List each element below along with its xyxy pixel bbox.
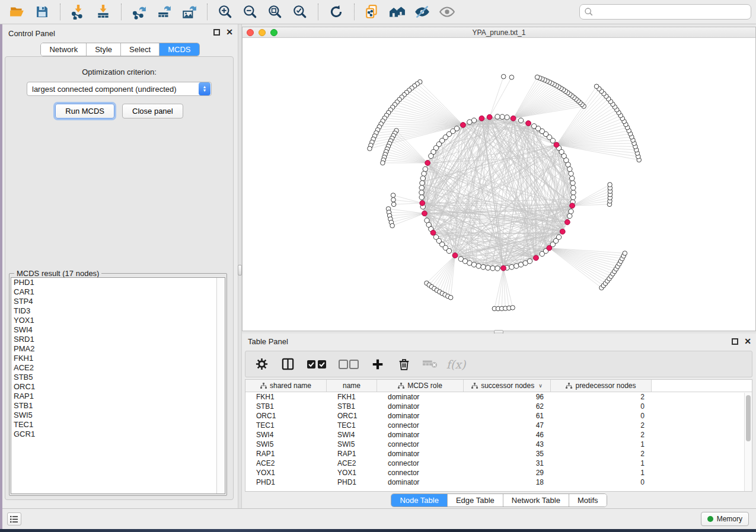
graph-node[interactable] bbox=[495, 114, 500, 119]
graph-node[interactable] bbox=[571, 190, 576, 195]
graph-hub-node[interactable] bbox=[511, 116, 516, 121]
table-row[interactable]: RAP1RAP1dominator352 bbox=[245, 449, 752, 459]
table-mode-button[interactable] bbox=[253, 355, 270, 373]
splitter-handle[interactable] bbox=[238, 265, 242, 275]
scrollbar-thumb[interactable] bbox=[746, 395, 751, 441]
graph-node[interactable] bbox=[476, 264, 481, 268]
table-row[interactable]: STB1STB1dominator620 bbox=[245, 402, 752, 411]
clone-network-button[interactable] bbox=[361, 2, 384, 21]
graph-node[interactable] bbox=[446, 248, 451, 253]
column-header-shared-name[interactable]: shared name bbox=[245, 380, 327, 392]
graph-hub-node[interactable] bbox=[452, 253, 458, 258]
graph-node[interactable] bbox=[419, 195, 424, 200]
table-row[interactable]: ACE2ACE2connector311 bbox=[245, 459, 752, 468]
memory-button[interactable]: Memory bbox=[701, 512, 749, 526]
graph-hub-node[interactable] bbox=[526, 121, 531, 126]
first-neighbors-button[interactable] bbox=[385, 2, 409, 21]
graph-node[interactable] bbox=[570, 181, 575, 185]
export-image-button[interactable] bbox=[177, 2, 201, 21]
graph-leaf-node[interactable] bbox=[594, 84, 599, 89]
mcds-result-item[interactable]: FKH1 bbox=[11, 354, 225, 363]
graph-node[interactable] bbox=[429, 153, 433, 158]
mcds-result-item[interactable]: PMA2 bbox=[11, 344, 225, 354]
graph-node[interactable] bbox=[419, 190, 424, 195]
close-panel-button[interactable]: Close panel bbox=[122, 104, 183, 118]
table-row[interactable]: ORC1ORC1dominator610 bbox=[245, 411, 752, 421]
graph-hub-node[interactable] bbox=[422, 211, 428, 216]
zoom-fit-button[interactable] bbox=[263, 2, 287, 21]
graph-node[interactable] bbox=[495, 266, 500, 271]
graph-node[interactable] bbox=[556, 235, 561, 239]
table-row[interactable]: SWI4SWI4dominator462 bbox=[245, 430, 752, 440]
graph-node[interactable] bbox=[571, 185, 576, 190]
graph-node[interactable] bbox=[518, 118, 523, 123]
graph-hub-node[interactable] bbox=[564, 220, 570, 225]
graph-hub-node[interactable] bbox=[547, 245, 552, 251]
mcds-result-item[interactable]: SWI4 bbox=[11, 325, 225, 335]
graph-leaf-node[interactable] bbox=[391, 197, 396, 202]
graph-hub-node[interactable] bbox=[570, 203, 575, 209]
open-file-button[interactable] bbox=[5, 2, 29, 21]
mcds-result-item[interactable]: SRD1 bbox=[11, 335, 225, 344]
graph-leaf-node[interactable] bbox=[501, 74, 506, 79]
graph-node[interactable] bbox=[419, 185, 424, 190]
mcds-result-item[interactable]: YOX1 bbox=[11, 316, 225, 325]
table-row[interactable]: PHD1PHD1dominator180 bbox=[245, 477, 752, 487]
graph-node[interactable] bbox=[486, 265, 490, 270]
mcds-result-item[interactable]: STP4 bbox=[11, 297, 225, 306]
mcds-result-item[interactable]: STB5 bbox=[11, 373, 225, 382]
save-session-button[interactable] bbox=[30, 2, 54, 21]
close-panel-icon[interactable]: ✕ bbox=[744, 338, 751, 345]
graph-node[interactable] bbox=[423, 166, 428, 171]
import-network-button[interactable] bbox=[66, 2, 90, 21]
export-table-button[interactable] bbox=[152, 2, 176, 21]
import-table-button[interactable] bbox=[91, 2, 115, 21]
graph-hub-node[interactable] bbox=[460, 123, 465, 128]
delete-column-button[interactable] bbox=[395, 355, 413, 373]
column-header-successor-nodes[interactable]: successor nodes∨ bbox=[464, 380, 551, 392]
graph-leaf-node[interactable] bbox=[448, 295, 453, 300]
column-header-MCDS-role[interactable]: MCDS role bbox=[377, 380, 464, 392]
graph-hub-node[interactable] bbox=[554, 142, 559, 148]
graph-node[interactable] bbox=[420, 181, 425, 185]
table-row[interactable]: YOX1YOX1connector291 bbox=[245, 468, 752, 477]
graph-leaf-node[interactable] bbox=[390, 223, 395, 228]
mcds-result-item[interactable]: TEC1 bbox=[11, 420, 225, 430]
mcds-result-item[interactable]: STB1 bbox=[11, 401, 225, 411]
graph-node[interactable] bbox=[420, 176, 425, 181]
graph-node[interactable] bbox=[471, 262, 476, 267]
graph-node[interactable] bbox=[490, 266, 495, 271]
graph-node[interactable] bbox=[567, 213, 572, 218]
graph-hub-node[interactable] bbox=[479, 116, 484, 121]
graph-node[interactable] bbox=[570, 176, 575, 181]
graph-hub-node[interactable] bbox=[487, 114, 492, 120]
table-scrollbar[interactable] bbox=[744, 393, 752, 491]
graph-node[interactable] bbox=[571, 195, 576, 200]
tab-network-table[interactable]: Network Table bbox=[503, 494, 569, 507]
graph-leaf-node[interactable] bbox=[623, 251, 627, 256]
float-panel-icon[interactable] bbox=[213, 29, 220, 36]
new-column-button[interactable] bbox=[369, 355, 387, 373]
mcds-result-item[interactable]: RAP1 bbox=[11, 392, 225, 401]
show-all-button[interactable] bbox=[435, 2, 459, 21]
table-row[interactable]: SWI5SWI5connector431 bbox=[245, 440, 752, 449]
graph-leaf-node[interactable] bbox=[511, 306, 515, 310]
graph-leaf-node[interactable] bbox=[509, 75, 514, 80]
graph-node[interactable] bbox=[569, 209, 573, 214]
deselect-all-button[interactable] bbox=[337, 355, 361, 373]
tab-select[interactable]: Select bbox=[121, 43, 160, 56]
graph-node[interactable] bbox=[514, 264, 519, 268]
show-columns-button[interactable] bbox=[279, 355, 296, 373]
task-history-button[interactable] bbox=[7, 512, 21, 525]
delete-table-button[interactable] bbox=[421, 355, 439, 373]
zoom-selected-button[interactable] bbox=[288, 2, 312, 21]
graph-hub-node[interactable] bbox=[534, 255, 539, 261]
mcds-result-item[interactable]: SWI5 bbox=[11, 411, 225, 420]
apply-layout-button[interactable] bbox=[324, 2, 348, 21]
tab-motifs[interactable]: Motifs bbox=[569, 494, 607, 507]
graph-node[interactable] bbox=[569, 171, 573, 176]
hide-selected-button[interactable] bbox=[410, 2, 434, 21]
vertical-splitter[interactable] bbox=[238, 24, 242, 508]
table-row[interactable]: FKH1FKH1dominator962 bbox=[245, 392, 752, 402]
graph-hub-node[interactable] bbox=[430, 230, 436, 235]
